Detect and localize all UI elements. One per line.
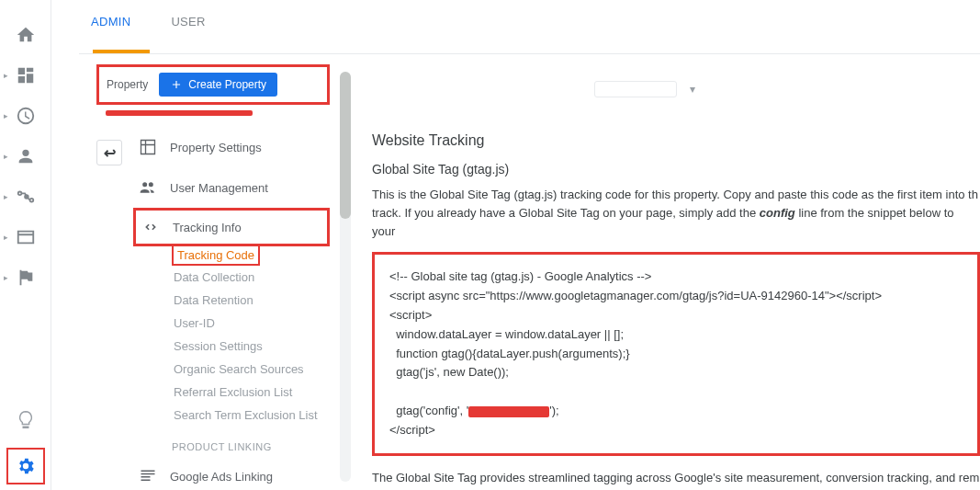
layout-icon	[139, 138, 157, 156]
sub-data-retention[interactable]: Data Retention	[172, 289, 330, 312]
ghost-dropdown[interactable]: ▾	[594, 81, 695, 97]
top-tabs: ADMIN USER	[87, 4, 209, 40]
nav-user-management[interactable]: User Management	[133, 167, 330, 208]
ads-icon	[139, 467, 157, 485]
home-icon[interactable]	[7, 17, 44, 53]
product-linking-label: PRODUCT LINKING	[172, 441, 330, 452]
clock-icon[interactable]	[7, 97, 44, 134]
top-rule	[79, 53, 980, 54]
dashboard-icon[interactable]	[7, 57, 44, 94]
tab-admin[interactable]: ADMIN	[87, 4, 134, 40]
plus-icon	[170, 78, 183, 91]
flow-icon[interactable]	[7, 178, 44, 215]
people-icon	[139, 178, 157, 197]
person-icon[interactable]	[7, 138, 44, 175]
nav-google-ads-linking[interactable]: Google Ads Linking	[133, 456, 330, 490]
settings-column: Property Create Property ↩ Property Sett…	[96, 64, 330, 482]
card-icon[interactable]	[7, 219, 44, 256]
back-button[interactable]: ↩	[96, 140, 122, 165]
create-property-button[interactable]: Create Property	[159, 73, 277, 97]
tab-user[interactable]: USER	[167, 4, 208, 40]
code-icon	[141, 218, 160, 236]
redacted-property-name	[106, 110, 253, 116]
chevron-down-icon: ▾	[690, 83, 695, 96]
lightbulb-icon[interactable]	[7, 402, 44, 439]
tracking-info-sublist: Tracking Code Data Collection Data Reten…	[172, 245, 330, 427]
redacted-tracking-id	[468, 406, 549, 417]
nav-tracking-info[interactable]: Tracking Info	[133, 208, 330, 246]
description-1: This is the Global Site Tag (gtag.js) tr…	[372, 186, 980, 241]
sub-session-settings[interactable]: Session Settings	[172, 335, 330, 358]
description-2: The Global Site Tag provides streamlined…	[372, 469, 980, 490]
sub-organic-search[interactable]: Organic Search Sources	[172, 358, 330, 381]
sub-data-collection[interactable]: Data Collection	[172, 266, 330, 289]
sub-referral-exclusion[interactable]: Referral Exclusion List	[172, 381, 330, 404]
property-label: Property	[107, 78, 148, 91]
main-panel: ▾ Website Tracking Global Site Tag (gtag…	[372, 81, 980, 490]
tracking-code-snippet[interactable]: <!-- Global site tag (gtag.js) - Google …	[372, 252, 980, 455]
settings-nav: Property Settings User Management Tracki…	[133, 127, 330, 490]
gear-icon[interactable]	[6, 448, 45, 484]
page-title: Website Tracking	[372, 132, 980, 149]
settings-scroll-thumb[interactable]	[340, 72, 351, 219]
sub-tracking-code[interactable]: Tracking Code	[172, 245, 260, 266]
left-rail	[0, 0, 51, 490]
nav-property-settings[interactable]: Property Settings	[133, 127, 330, 167]
sub-search-term-exclusion[interactable]: Search Term Exclusion List	[172, 404, 330, 427]
sub-user-id[interactable]: User-ID	[172, 312, 330, 335]
tab-underline	[93, 50, 150, 53]
section-title: Global Site Tag (gtag.js)	[372, 162, 980, 177]
property-header: Property Create Property	[96, 64, 330, 105]
ghost-select-box	[594, 81, 677, 97]
flag-icon[interactable]	[7, 259, 44, 296]
